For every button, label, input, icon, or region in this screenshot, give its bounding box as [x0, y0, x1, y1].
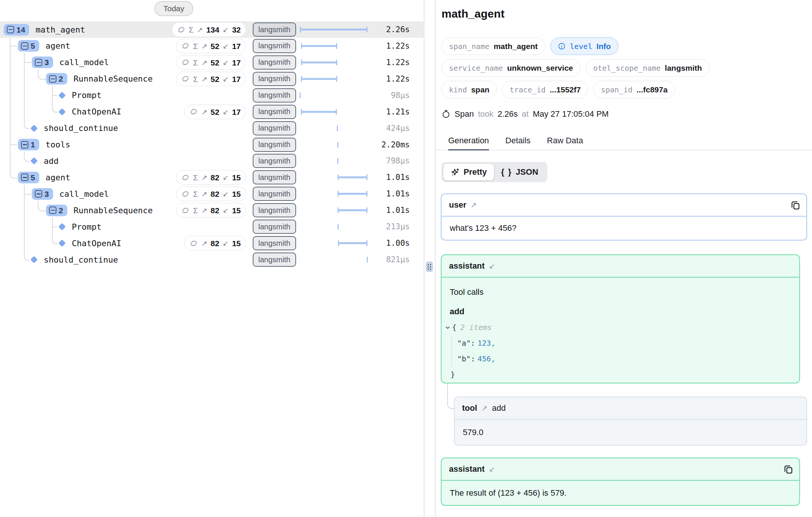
collapse-minus-icon: [35, 59, 42, 66]
token-usage-pill: Σ↗52↙17: [176, 55, 246, 70]
trace-row-should_continue[interactable]: should_continuelangsmith424µs: [0, 120, 424, 137]
tokens-in-arrow-icon: ↙: [223, 207, 229, 214]
trace-row-agent[interactable]: 5agentΣ↗82↙15langsmith1.01s: [0, 169, 424, 186]
trace-row-Prompt[interactable]: Promptlangsmith213µs: [0, 218, 424, 235]
pretty-view-button[interactable]: Pretty: [443, 164, 494, 180]
collapse-badge[interactable]: 14: [4, 24, 29, 36]
tokens-in-arrow-icon: ↙: [223, 240, 229, 247]
message-card-assistant-toolcall: assistant ↙ Tool calls add { 2 items "a"…: [441, 254, 800, 383]
copy-button[interactable]: [790, 200, 800, 210]
copy-icon: [790, 200, 800, 210]
collapse-badge[interactable]: 3: [32, 56, 53, 68]
collapse-badge[interactable]: 1: [18, 139, 39, 150]
duration-label: 1.01s: [386, 189, 410, 198]
trace-row-left: should_continue: [0, 120, 118, 137]
tokens-out-arrow-icon: ↗: [201, 190, 207, 198]
diamond-shape: [30, 125, 38, 132]
json-close-row: }: [450, 367, 791, 382]
duration-bar-line: [338, 177, 367, 178]
tokens-in-count: 32: [232, 26, 241, 34]
collapse-badge[interactable]: 2: [46, 73, 67, 85]
token-coin-icon: [181, 173, 190, 181]
token-usage-pill: Σ↗82↙15: [176, 170, 246, 185]
tokens-out-arrow-icon: ↗: [201, 240, 207, 247]
tab-generation[interactable]: Generation: [448, 132, 489, 150]
tokens-in-arrow-icon: ↙: [223, 190, 229, 198]
tool-name: add: [492, 403, 506, 413]
trace-row-left: ChatOpenAI: [0, 104, 121, 120]
duration-bar: [301, 76, 337, 82]
assistant-card-header: assistant ↙: [442, 255, 799, 278]
tokens-out-arrow-icon: ↗: [201, 75, 207, 82]
tool-call-name: add: [450, 307, 791, 316]
trace-row-Prompt[interactable]: Promptlangsmith98µs: [0, 87, 424, 104]
json-open-row[interactable]: { 2 items: [445, 319, 791, 335]
collapse-badge[interactable]: 5: [18, 40, 39, 52]
tool-connector-line: [447, 383, 455, 409]
trace-row-add[interactable]: addlangsmith798µs: [0, 153, 424, 169]
trace-row-left: should_continue: [0, 251, 118, 268]
attribute-key: service_name: [449, 64, 503, 73]
duration-label: 1.00s: [386, 239, 410, 248]
collapse-badge[interactable]: 2: [46, 205, 67, 216]
role-label: tool: [462, 403, 477, 413]
duration-tick: [337, 158, 338, 164]
langsmith-trace-view: Today 14math_agentΣ↗134↙32langsmith2.26s…: [0, 0, 812, 517]
trace-row-ChatOpenAI[interactable]: ChatOpenAI↗82↙15langsmith1.00s: [0, 235, 424, 251]
detail-tabs: GenerationDetailsRaw Data: [436, 132, 812, 150]
token-coin-icon: [190, 239, 198, 247]
sigma-icon: Σ: [193, 174, 198, 181]
trace-row-left: 5agent: [0, 38, 70, 54]
tokens-in-count: 17: [232, 58, 241, 66]
panel-resize-handle[interactable]: [426, 261, 433, 272]
tab-raw-data[interactable]: Raw Data: [547, 132, 583, 150]
span-name-label: ChatOpenAI: [72, 107, 121, 116]
collapse-badge[interactable]: 5: [18, 172, 39, 183]
tokens-out-count: 82: [210, 207, 219, 214]
child-count: 5: [31, 42, 35, 50]
trace-row-RunnableSequence[interactable]: 2RunnableSequenceΣ↗82↙15langsmith1.01s: [0, 202, 424, 218]
tokens-in-count: 17: [232, 108, 241, 116]
duration-label: 1.22s: [386, 42, 410, 51]
leaf-diamond-icon: [31, 157, 37, 164]
copy-button[interactable]: [783, 464, 793, 474]
trace-row-left: 3call_model: [0, 54, 109, 71]
json-entries: "a":123,"b":456,: [451, 335, 791, 367]
trace-row-call_model[interactable]: 3call_modelΣ↗52↙17langsmith1.22s: [0, 54, 424, 71]
trace-row-left: ChatOpenAI: [0, 235, 121, 251]
collapse-badge[interactable]: 3: [32, 188, 53, 200]
tool-calls-label: Tool calls: [450, 287, 791, 297]
trace-row-ChatOpenAI[interactable]: ChatOpenAI↗52↙17langsmith1.21s: [0, 104, 424, 120]
info-icon: [558, 42, 566, 50]
child-count: 2: [59, 207, 63, 214]
leaf-diamond-icon: [59, 223, 65, 230]
trace-row-call_model[interactable]: 3call_modelΣ↗82↙15langsmith1.01s: [0, 186, 424, 202]
duration-label: 1.01s: [386, 173, 410, 182]
braces-icon: { }: [501, 167, 512, 177]
view-mode-toggle: Pretty { } JSON: [442, 162, 547, 182]
json-number-value: 123,: [477, 339, 495, 348]
duration-bar-line: [301, 61, 337, 63]
trace-row-tools[interactable]: 1toolslangsmith2.20ms: [0, 137, 424, 153]
duration-label: 1.22s: [386, 74, 410, 83]
json-view-button[interactable]: { } JSON: [494, 164, 545, 180]
trace-row-math_agent[interactable]: 14math_agentΣ↗134↙32langsmith2.26s: [0, 21, 424, 38]
tokens-in-count: 15: [232, 207, 241, 214]
duration-bar: [301, 109, 337, 114]
duration-label: 1.21s: [386, 107, 410, 116]
trace-row-agent[interactable]: 5agentΣ↗52↙17langsmith1.22s: [0, 38, 424, 54]
span-name-label: RunnableSequence: [74, 74, 153, 83]
tokens-out-count: 82: [210, 239, 219, 247]
inbound-arrow-icon: ↙: [489, 465, 495, 474]
trace-row-left: add: [0, 153, 59, 169]
chevron-down-icon: [445, 325, 450, 330]
token-coin-icon: [181, 58, 190, 67]
tab-details[interactable]: Details: [505, 132, 530, 150]
child-count: 3: [44, 190, 49, 198]
trace-row-should_continue[interactable]: should_continuelangsmith821µs: [0, 251, 424, 268]
trace-row-RunnableSequence[interactable]: 2RunnableSequenceΣ↗52↙17langsmith1.22s: [0, 71, 424, 87]
duration-bar-line: [301, 45, 337, 47]
span-name-label: math_agent: [36, 25, 85, 34]
attribute-pill-kind: kindspan: [442, 81, 497, 98]
sigma-icon: Σ: [189, 26, 194, 34]
